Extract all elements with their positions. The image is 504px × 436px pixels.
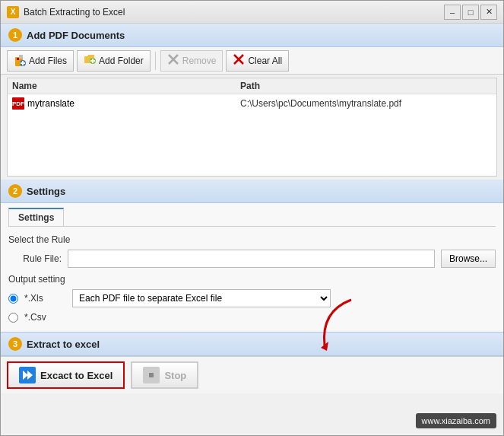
title-bar-left: X Batch Extracting to Excel bbox=[7, 6, 125, 18]
file-list-header: Name Path bbox=[8, 78, 496, 94]
app-icon: X bbox=[7, 6, 19, 18]
section1-header: 1 Add PDF Documents bbox=[1, 24, 503, 47]
add-folder-label: Add Folder bbox=[99, 56, 144, 66]
extract-to-excel-button[interactable]: Excact to Excel bbox=[7, 361, 125, 389]
clear-all-button[interactable]: Clear All bbox=[226, 50, 289, 72]
section1-title: Add PDF Documents bbox=[27, 30, 125, 41]
stop-icon bbox=[143, 367, 160, 383]
section3-area: 3 Extract to excel bbox=[1, 332, 503, 356]
title-bar: X Batch Extracting to Excel – □ ✕ bbox=[1, 1, 503, 24]
section3-header: 3 Extract to excel bbox=[1, 333, 503, 356]
stop-label: Stop bbox=[164, 370, 186, 381]
svg-rect-2 bbox=[17, 58, 19, 60]
csv-label: *.Csv bbox=[24, 312, 66, 323]
svg-rect-1 bbox=[19, 55, 23, 59]
svg-rect-8 bbox=[90, 60, 95, 62]
svg-marker-13 bbox=[23, 371, 28, 380]
settings-tab[interactable]: Settings bbox=[8, 208, 64, 226]
stop-svg-icon bbox=[144, 368, 158, 382]
col-name-header: Name bbox=[12, 81, 240, 91]
window-title: Batch Extracting to Excel bbox=[24, 7, 125, 18]
file-name-text: mytranslate bbox=[27, 98, 74, 109]
add-folder-icon bbox=[84, 53, 96, 68]
pdf-file-icon: PDF bbox=[12, 97, 24, 110]
maximize-button[interactable]: □ bbox=[462, 5, 479, 20]
file-path-cell: C:\Users\pc\Documents\mytranslate.pdf bbox=[240, 98, 492, 109]
rule-file-row: Rule File: Browse... bbox=[8, 250, 496, 268]
add-files-button[interactable]: Add Files bbox=[7, 50, 74, 72]
rule-file-input[interactable] bbox=[68, 250, 435, 268]
watermark: www.xiazaiba.com bbox=[416, 413, 496, 428]
clear-all-icon bbox=[233, 53, 245, 68]
add-folder-button[interactable]: Add Folder bbox=[77, 50, 151, 72]
output-format-select[interactable]: Each PDF file to separate Excel file Mer… bbox=[72, 289, 331, 307]
clear-all-svg-icon bbox=[233, 53, 245, 65]
svg-rect-5 bbox=[21, 62, 25, 64]
content-area: 1 Add PDF Documents Add Files bbox=[1, 24, 503, 435]
remove-button[interactable]: Remove bbox=[160, 50, 223, 72]
extract-svg-icon bbox=[21, 368, 34, 382]
section3-number: 3 bbox=[8, 337, 22, 351]
main-window: X Batch Extracting to Excel – □ ✕ 1 Add … bbox=[0, 0, 504, 436]
clear-all-label: Clear All bbox=[248, 56, 282, 66]
add-files-svg-icon bbox=[14, 55, 26, 67]
section1-toolbar: Add Files Add Folder bbox=[1, 47, 503, 75]
rule-section-label: Select the Rule bbox=[8, 234, 496, 245]
section1-number: 1 bbox=[8, 28, 22, 42]
section2-header: 2 Settings bbox=[1, 180, 503, 203]
minimize-button[interactable]: – bbox=[444, 5, 461, 20]
section2-number: 2 bbox=[8, 184, 22, 198]
xls-radio[interactable] bbox=[8, 294, 18, 304]
stop-button[interactable]: Stop bbox=[131, 361, 198, 389]
xls-label: *.Xls bbox=[24, 293, 66, 304]
xls-radio-row: *.Xls Each PDF file to separate Excel fi… bbox=[8, 289, 496, 307]
close-button[interactable]: ✕ bbox=[480, 5, 497, 20]
add-files-icon bbox=[14, 55, 26, 67]
rule-file-label: Rule File: bbox=[8, 253, 62, 264]
remove-icon bbox=[167, 53, 179, 68]
csv-radio[interactable] bbox=[8, 313, 18, 323]
section3-title: Extract to excel bbox=[27, 339, 100, 350]
add-folder-svg-icon bbox=[84, 53, 96, 65]
output-section-label: Output setting bbox=[8, 274, 496, 285]
add-files-label: Add Files bbox=[29, 56, 67, 66]
remove-svg-icon bbox=[167, 53, 179, 65]
extract-icon bbox=[19, 367, 36, 383]
table-row[interactable]: PDF mytranslate C:\Users\pc\Documents\my… bbox=[8, 94, 496, 113]
svg-marker-14 bbox=[27, 371, 33, 380]
toolbar-separator bbox=[155, 52, 156, 70]
section2-body: Settings Select the Rule Rule File: Brow… bbox=[1, 203, 503, 332]
settings-tab-bar: Settings bbox=[8, 208, 496, 227]
section2-title: Settings bbox=[27, 186, 65, 197]
col-path-header: Path bbox=[240, 81, 492, 91]
title-bar-controls: – □ ✕ bbox=[444, 5, 497, 20]
remove-label: Remove bbox=[182, 56, 217, 66]
svg-rect-16 bbox=[149, 373, 154, 377]
csv-radio-row: *.Csv bbox=[8, 312, 496, 323]
file-list-area: Name Path PDF mytranslate C:\Users\pc\Do… bbox=[7, 78, 497, 177]
browse-button[interactable]: Browse... bbox=[441, 250, 496, 268]
file-name-cell: PDF mytranslate bbox=[12, 97, 240, 110]
extract-label: Excact to Excel bbox=[40, 370, 113, 381]
action-toolbar: Excact to Excel Stop bbox=[1, 356, 503, 393]
